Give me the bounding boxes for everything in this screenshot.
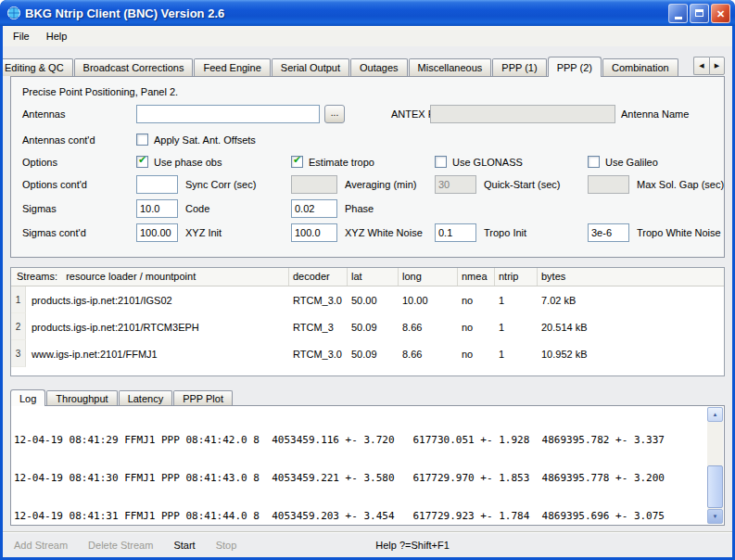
header-ntrip: ntrip [495, 268, 538, 286]
sync-corr-input[interactable] [136, 175, 178, 194]
form-row-antennas-contd: Antennas cont'd Apply Sat. Ant. Offsets [11, 131, 724, 149]
cell-lat: 50.00 [348, 295, 399, 306]
options-label: Options [22, 153, 57, 172]
xyz-white-noise-input[interactable] [291, 223, 337, 242]
minimize-button[interactable] [668, 4, 688, 23]
xyz-init-input[interactable] [136, 223, 178, 242]
max-sol-gap-input [588, 175, 629, 194]
client-area: Editing & QC Broadcast Corrections Feed … [3, 46, 732, 526]
maximize-button[interactable] [690, 4, 709, 23]
streams-table-header: Streams: resource loader / mountpoint de… [11, 268, 724, 286]
header-bytes: bytes [538, 268, 724, 286]
use-galileo-label: Use Galileo [605, 153, 658, 172]
sigma-code-input[interactable] [136, 199, 178, 218]
stream-row[interactable]: 2 products.igs-ip.net:2101/RTCM3EPH RTCM… [11, 313, 724, 340]
averaging-input [291, 175, 337, 194]
sigmas-label: Sigmas [22, 199, 57, 218]
stop-button[interactable]: Stop [216, 540, 237, 551]
log-line: 12-04-19 08:41:30 FFMJ1 PPP 08:41:43.0 8… [14, 472, 705, 485]
tab-scroll-left-button[interactable] [693, 57, 709, 75]
use-galileo-checkbox[interactable] [588, 156, 600, 168]
tropo-init-input[interactable] [435, 223, 476, 242]
cell-long: 8.66 [399, 322, 458, 333]
scroll-up-button[interactable] [707, 407, 723, 422]
tab-ppp-plot[interactable]: PPP Plot [173, 390, 233, 405]
tab-log[interactable]: Log [10, 389, 45, 406]
tropo-white-noise-input[interactable] [588, 223, 629, 242]
menubar: File Help [3, 26, 732, 46]
start-button[interactable]: Start [173, 540, 195, 551]
antennas-contd-label: Antennas cont'd [22, 131, 95, 149]
close-icon [716, 5, 725, 21]
cell-decoder: RTCM_3.0 [289, 349, 348, 360]
stream-row[interactable]: 3 www.igs-ip.net:2101/FFMJ1 RTCM_3.0 50.… [11, 340, 724, 367]
cell-mountpoint: www.igs-ip.net:2101/FFMJ1 [26, 349, 289, 360]
tab-combination[interactable]: Combination [602, 58, 678, 76]
stream-row[interactable]: 1 products.igs-ip.net:2101/IGS02 RTCM_3.… [11, 286, 724, 313]
antennas-input[interactable] [136, 105, 320, 123]
antex-browse-button[interactable]: ... [324, 105, 345, 123]
row-number: 2 [11, 313, 26, 340]
cell-decoder: RTCM_3 [289, 322, 348, 333]
quick-start-input [435, 175, 476, 194]
scrollbar-track[interactable] [707, 407, 723, 524]
tab-editing-qc[interactable]: Editing & QC [3, 58, 73, 76]
tab-outages[interactable]: Outages [350, 58, 408, 76]
cell-bytes: 7.02 kB [538, 295, 724, 306]
tab-latency[interactable]: Latency [119, 390, 173, 405]
menu-help[interactable]: Help [38, 28, 76, 45]
window-title: BKG Ntrip Client (BNC) Version 2.6 [25, 6, 224, 20]
titlebar[interactable]: BKG Ntrip Client (BNC) Version 2.6 [0, 0, 735, 26]
quick-start-label: Quick-Start (sec) [484, 175, 561, 194]
cell-bytes: 20.514 kB [538, 322, 724, 333]
tab-broadcast-corrections[interactable]: Broadcast Corrections [74, 58, 194, 76]
maximize-icon [695, 9, 703, 17]
tropo-white-noise-label: Tropo White Noise [637, 223, 721, 242]
cell-lat: 50.09 [348, 322, 399, 333]
apply-sat-ant-offsets-label: Apply Sat. Ant. Offsets [154, 131, 256, 149]
sigma-phase-label: Phase [345, 199, 374, 218]
scroll-thumb[interactable] [707, 465, 723, 508]
log-panel: 12-04-19 08:41:29 FFMJ1 PPP 08:41:42.0 8… [10, 405, 725, 526]
sigma-code-label: Code [185, 199, 209, 218]
use-glonass-checkbox[interactable] [435, 156, 447, 168]
tab-scroll-right-button[interactable] [709, 57, 725, 75]
cell-nmea: no [458, 349, 495, 360]
add-stream-button[interactable]: Add Stream [14, 540, 68, 551]
form-row-options-contd: Options cont'd Sync Corr (sec) Averaging… [11, 175, 724, 194]
header-nmea: nmea [458, 268, 495, 286]
estimate-tropo-checkbox[interactable] [291, 156, 303, 168]
row-number: 1 [11, 286, 26, 313]
tab-miscellaneous[interactable]: Miscellaneous [409, 58, 492, 76]
tab-feed-engine[interactable]: Feed Engine [194, 58, 270, 76]
delete-stream-button[interactable]: Delete Stream [88, 540, 153, 551]
header-mountpoint: Streams: resource loader / mountpoint [11, 268, 289, 286]
cell-ntrip: 1 [495, 349, 538, 360]
bottom-bar: Add Stream Delete Stream Start Stop Help… [3, 531, 732, 557]
scroll-down-button[interactable] [707, 509, 723, 524]
streams-table: Streams: resource loader / mountpoint de… [10, 267, 725, 376]
tab-throughput[interactable]: Throughput [46, 390, 117, 405]
tab-serial-output[interactable]: Serial Output [272, 58, 349, 76]
tab-ppp-1[interactable]: PPP (1) [492, 58, 546, 76]
apply-sat-ant-offsets-checkbox[interactable] [136, 134, 148, 146]
cell-ntrip: 1 [495, 322, 538, 333]
sigma-phase-input[interactable] [291, 199, 337, 218]
tab-ppp-2[interactable]: PPP (2) [548, 57, 602, 77]
cell-mountpoint: products.igs-ip.net:2101/IGS02 [26, 295, 289, 306]
close-button[interactable] [711, 4, 730, 23]
options-contd-label: Options cont'd [22, 175, 87, 194]
use-phase-obs-checkbox[interactable] [136, 156, 148, 168]
form-row-options: Options Use phase obs Estimate tropo Use… [11, 153, 724, 172]
max-sol-gap-label: Max Sol. Gap (sec) [637, 175, 724, 194]
minimize-icon [675, 17, 682, 19]
menu-file[interactable]: File [5, 28, 38, 45]
tropo-init-label: Tropo Init [484, 223, 526, 242]
help-hint: Help ?=Shift+F1 [375, 540, 450, 551]
header-long: long [399, 268, 458, 286]
cell-nmea: no [458, 295, 495, 306]
app-icon[interactable] [6, 6, 21, 20]
estimate-tropo-label: Estimate tropo [309, 153, 374, 172]
row-number: 3 [11, 340, 26, 367]
form-row-antennas: Antennas ... ANTEX File Antenna Name [11, 105, 724, 123]
